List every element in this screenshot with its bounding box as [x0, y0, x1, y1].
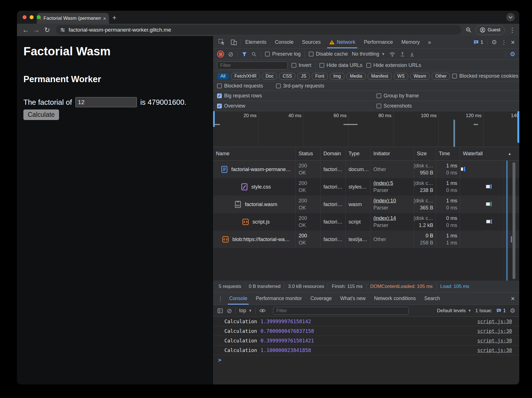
clear-network-log-icon[interactable]: ⊘: [228, 51, 233, 58]
disable-cache-control[interactable]: Disable cache: [309, 51, 348, 57]
group-by-frame-checkbox[interactable]: [376, 93, 381, 98]
column-header-domain[interactable]: Domain: [321, 147, 346, 160]
factorial-input[interactable]: [75, 97, 137, 107]
profile-button[interactable]: Guest: [476, 25, 505, 35]
column-header-initiator[interactable]: Initiator: [371, 147, 414, 160]
tab-network[interactable]: Network: [325, 36, 360, 48]
overview-control[interactable]: ✓ Overview: [217, 103, 245, 109]
reload-button[interactable]: ↻: [42, 26, 52, 34]
disable-cache-checkbox[interactable]: [309, 52, 314, 56]
throttling-dropdown[interactable]: No throttling ▼: [352, 51, 385, 57]
address-bar[interactable]: factorial-wasm-permanent-worker.glitch.m…: [56, 25, 461, 35]
log-source-link[interactable]: script.js:30: [477, 328, 519, 334]
hide-data-urls-checkbox[interactable]: [319, 63, 324, 68]
settings-gear-icon[interactable]: ⚙: [491, 39, 497, 46]
devtools-menu-icon[interactable]: ⋮: [501, 39, 507, 46]
console-settings-gear-icon[interactable]: ⚙: [510, 307, 515, 314]
chip-fetch-xhr[interactable]: Fetch/XHR: [231, 73, 260, 80]
invert-checkbox[interactable]: [292, 63, 296, 68]
request-row[interactable]: style.css 200OK factori… styles… (index)…: [213, 178, 519, 196]
column-header-name[interactable]: Name: [213, 147, 296, 160]
import-har-icon[interactable]: [400, 51, 405, 57]
preserve-log-control[interactable]: Preserve log: [265, 51, 301, 57]
invert-control[interactable]: Invert: [292, 62, 311, 68]
issue-counter[interactable]: 1: [496, 308, 506, 314]
blocked-requests-checkbox[interactable]: [217, 84, 222, 88]
request-row[interactable]: blob:https://factorial-wa… 200OK factori…: [213, 231, 519, 248]
chip-wasm[interactable]: Wasm: [410, 73, 430, 80]
drawer-tab-what-s-new[interactable]: What's new: [336, 292, 370, 305]
column-header-status[interactable]: Status: [296, 147, 321, 160]
screenshots-checkbox[interactable]: [376, 104, 381, 108]
tab-console[interactable]: Console: [271, 36, 298, 48]
column-header-waterfall[interactable]: Waterfall▲: [460, 147, 519, 160]
zoom-icon[interactable]: [465, 27, 472, 33]
third-party-control[interactable]: 3rd-party requests: [276, 83, 324, 89]
drawer-tab-performance-monitor[interactable]: Performance monitor: [251, 292, 306, 305]
log-source-link[interactable]: script.js:30: [477, 319, 519, 324]
hide-data-urls-control[interactable]: Hide data URLs: [319, 62, 362, 68]
eye-icon[interactable]: [259, 308, 266, 313]
chip-media[interactable]: Media: [347, 73, 366, 80]
drawer-close-icon[interactable]: ×: [511, 295, 519, 303]
log-source-link[interactable]: script.js:30: [477, 347, 519, 353]
chip-doc[interactable]: Doc: [262, 73, 277, 80]
back-button[interactable]: ←: [21, 26, 30, 34]
minimize-window-button[interactable]: [30, 15, 34, 19]
chip-font[interactable]: Font: [312, 73, 328, 80]
blocked-cookies-control[interactable]: Blocked response cookies: [452, 73, 518, 79]
log-levels-dropdown[interactable]: Default levels ▼: [437, 308, 471, 314]
context-selector-dropdown[interactable]: top ▼: [239, 308, 252, 314]
third-party-checkbox[interactable]: [276, 84, 281, 88]
chip-all[interactable]: All: [217, 73, 229, 80]
network-overview-timeline[interactable]: 20 ms40 ms60 ms80 ms100 ms120 ms140 ms: [213, 111, 519, 147]
chip-css[interactable]: CSS: [279, 73, 295, 80]
screenshots-control[interactable]: Screenshots: [376, 103, 412, 109]
initiator-link[interactable]: (index):5: [373, 180, 393, 186]
blocked-requests-control[interactable]: Blocked requests: [217, 83, 263, 89]
filter-funnel-icon[interactable]: [242, 51, 247, 57]
maximize-window-button[interactable]: [37, 15, 41, 19]
preserve-log-checkbox[interactable]: [265, 52, 270, 56]
drawer-tab-console[interactable]: Console: [225, 292, 251, 305]
hide-extension-urls-checkbox[interactable]: [366, 63, 371, 68]
overview-right-handle[interactable]: [517, 111, 519, 143]
column-header-size[interactable]: Size: [414, 147, 436, 160]
initiator-link[interactable]: (index):10: [373, 198, 396, 204]
tab-elements[interactable]: Elements: [241, 36, 271, 48]
network-filter-input[interactable]: [217, 62, 288, 69]
chip-ws[interactable]: WS: [394, 73, 408, 80]
browser-menu-icon[interactable]: ⋮: [509, 27, 515, 34]
tab-search-button[interactable]: [506, 13, 515, 21]
big-request-rows-control[interactable]: ✓ Big request rows: [217, 93, 262, 99]
log-source-link[interactable]: script.js:30: [477, 338, 519, 344]
drawer-tab-coverage[interactable]: Coverage: [306, 292, 336, 305]
export-har-icon[interactable]: [409, 51, 415, 57]
more-tabs-button[interactable]: »: [424, 39, 434, 45]
network-settings-gear-icon[interactable]: ⚙: [510, 51, 515, 58]
hide-extension-urls-control[interactable]: Hide extension URLs: [366, 62, 421, 68]
tab-close-icon[interactable]: ×: [103, 16, 106, 21]
drawer-menu-icon[interactable]: ⋮: [216, 295, 225, 302]
console-filter-input[interactable]: [273, 307, 409, 315]
table-scrollbar[interactable]: [513, 162, 515, 279]
request-row[interactable]: script.js 200OK factori… script (index):…: [213, 213, 519, 231]
clear-console-icon[interactable]: ⊘: [227, 307, 232, 314]
group-by-frame-control[interactable]: Group by frame: [376, 93, 419, 99]
calculate-button[interactable]: Calculate: [23, 110, 59, 120]
overview-checkbox[interactable]: ✓: [217, 104, 222, 108]
blocked-cookies-checkbox[interactable]: [452, 74, 457, 78]
devtools-close-icon[interactable]: ×: [511, 38, 515, 46]
tab-performance[interactable]: Performance: [360, 36, 397, 48]
issues-button[interactable]: 1: [473, 40, 483, 45]
console-sidebar-toggle-icon[interactable]: [217, 308, 223, 314]
network-conditions-icon[interactable]: [389, 51, 396, 57]
column-header-time[interactable]: Time: [436, 147, 460, 160]
new-tab-button[interactable]: +: [112, 14, 117, 22]
tab-memory[interactable]: Memory: [397, 36, 424, 48]
close-window-button[interactable]: [23, 15, 27, 19]
chip-manifest[interactable]: Manifest: [368, 73, 391, 80]
forward-button[interactable]: →: [32, 26, 41, 34]
initiator-link[interactable]: (index):14: [373, 215, 396, 221]
browser-tab[interactable]: ! Factorial Wasm (permanent W ×: [37, 13, 109, 24]
